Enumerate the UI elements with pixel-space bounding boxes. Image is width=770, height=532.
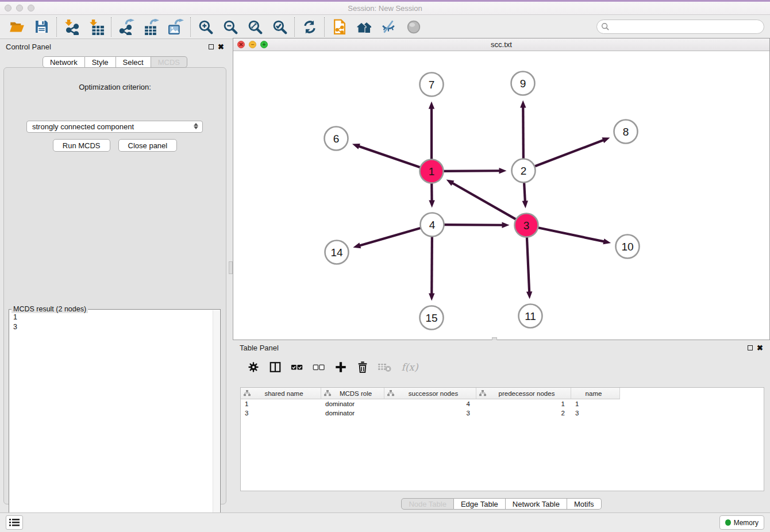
graph-node-2[interactable]: 2 <box>512 159 536 183</box>
import-table-button[interactable] <box>84 16 109 38</box>
graph-node-11[interactable]: 11 <box>519 304 542 328</box>
add-row-button[interactable] <box>332 357 350 377</box>
home-button[interactable] <box>352 16 376 38</box>
control-panel-tabs: NetworkStyleSelectMCDS <box>0 56 230 68</box>
tab-style[interactable]: Style <box>85 56 116 68</box>
graph-node-1[interactable]: 1 <box>420 160 444 183</box>
edge-3-10[interactable] <box>537 228 605 242</box>
edge-3-1[interactable] <box>452 183 517 219</box>
column-header-shared-name[interactable]: shared name <box>241 388 321 399</box>
table-settings-button[interactable] <box>244 357 263 377</box>
tab-network[interactable]: Network <box>43 56 85 68</box>
session-title: Session: New Session <box>0 4 770 13</box>
column-header-MCDS-role[interactable]: MCDS role <box>321 388 384 399</box>
table-cell[interactable]: 3 <box>241 408 321 418</box>
delete-row-button[interactable] <box>353 357 372 377</box>
column-header-predecessor-nodes[interactable]: predecessor nodes <box>476 388 571 399</box>
main-toolbar <box>0 15 770 39</box>
table-cell[interactable]: 3 <box>384 408 476 418</box>
column-header-successor-nodes[interactable]: successor nodes <box>384 388 476 399</box>
network-canvas[interactable]: 1234678910111415 <box>233 51 769 340</box>
svg-text:4: 4 <box>429 219 436 231</box>
control-panel: Control Panel ✖ NetworkStyleSelectMCDS O… <box>0 39 230 512</box>
column-type-icon <box>479 390 486 396</box>
table-cell[interactable]: dominator <box>321 408 384 418</box>
task-history-button[interactable] <box>6 515 23 530</box>
export-table-button[interactable] <box>138 16 163 38</box>
graph-node-9[interactable]: 9 <box>511 72 535 95</box>
float-panel-icon[interactable] <box>209 44 214 49</box>
close-table-panel-icon[interactable]: ✖ <box>757 345 763 350</box>
open-session-button[interactable] <box>5 16 29 38</box>
table-cell[interactable]: 1 <box>476 399 571 408</box>
graph-node-4[interactable]: 4 <box>421 213 444 237</box>
graph-node-6[interactable]: 6 <box>325 127 348 151</box>
table-cell[interactable]: 3 <box>571 408 620 418</box>
tab-select[interactable]: Select <box>116 56 151 68</box>
toggle-columns-button[interactable] <box>266 357 284 377</box>
import-network-button[interactable] <box>59 16 84 38</box>
table-row[interactable]: 3dominator323 <box>241 408 764 418</box>
graph-node-14[interactable]: 14 <box>325 241 349 264</box>
new-network-from-selection-button[interactable] <box>327 16 352 38</box>
refresh-button[interactable] <box>297 16 322 38</box>
graph-node-15[interactable]: 15 <box>420 306 444 330</box>
float-table-panel-icon[interactable] <box>748 345 753 350</box>
column-header-name[interactable]: name <box>571 388 620 399</box>
delete-row-icon <box>356 361 369 373</box>
tab-motifs[interactable]: Motifs <box>567 498 602 510</box>
zoom-in-button[interactable] <box>193 16 218 38</box>
edge-2-9[interactable] <box>523 106 523 159</box>
close-panel-button[interactable]: Close panel <box>118 139 178 152</box>
memory-button[interactable]: Memory <box>719 515 764 530</box>
criterion-select[interactable]: strongly connected component <box>26 121 203 133</box>
svg-text:3: 3 <box>523 219 530 232</box>
table-cell[interactable]: 1 <box>571 399 620 408</box>
graph-node-3[interactable]: 3 <box>515 214 538 237</box>
deselect-all-rows-button[interactable] <box>310 357 328 377</box>
select-all-rows-button[interactable] <box>288 357 306 377</box>
tab-edge-table[interactable]: Edge Table <box>454 498 506 510</box>
edge-3-11[interactable] <box>527 236 529 292</box>
edge-4-14[interactable] <box>359 228 421 245</box>
export-image-button[interactable] <box>163 16 188 38</box>
table-cell[interactable]: 2 <box>476 408 571 418</box>
table-row[interactable]: 1dominator411 <box>241 399 764 408</box>
edge-1-2[interactable] <box>442 171 500 171</box>
edge-1-6[interactable] <box>358 146 421 168</box>
hide-selected-button[interactable] <box>376 16 401 38</box>
svg-text:8: 8 <box>623 126 629 138</box>
vertical-splitter-handle[interactable] <box>229 261 233 274</box>
search-input[interactable] <box>596 20 764 34</box>
zoom-fit-icon <box>248 20 263 34</box>
zoom-fit-button[interactable] <box>242 16 267 38</box>
node-table[interactable]: shared nameMCDS rolesuccessor nodesprede… <box>240 387 764 491</box>
tab-network-table[interactable]: Network Table <box>506 498 567 510</box>
graph-node-7[interactable]: 7 <box>420 73 444 97</box>
edge-4-15[interactable] <box>432 236 432 294</box>
zoom-selected-button[interactable] <box>267 16 292 38</box>
zoom-out-button[interactable] <box>218 16 242 38</box>
graph-node-10[interactable]: 10 <box>616 235 640 259</box>
svg-text:15: 15 <box>425 312 437 324</box>
network-window-titlebar[interactable]: ✕ – + scc.txt <box>233 38 769 51</box>
table-cell[interactable]: dominator <box>321 399 384 408</box>
edge-2-8[interactable] <box>534 140 604 167</box>
run-mcds-button[interactable]: Run MCDS <box>53 139 110 152</box>
close-panel-icon[interactable]: ✖ <box>218 44 224 49</box>
deselect-all-rows-icon <box>312 361 326 373</box>
open-session-icon <box>9 19 25 34</box>
graph-node-8[interactable]: 8 <box>614 120 638 144</box>
export-network-button[interactable] <box>114 16 138 38</box>
save-session-button[interactable] <box>29 16 54 38</box>
table-cell[interactable]: 4 <box>384 399 476 408</box>
tab-node-table[interactable]: Node Table <box>401 498 454 510</box>
show-hidden-disabled-button[interactable] <box>401 16 426 38</box>
save-session-icon <box>34 20 49 34</box>
edge-2-3[interactable] <box>524 182 525 202</box>
edge-arrowhead-4-15 <box>429 293 434 300</box>
result-scrollbar[interactable] <box>213 310 220 527</box>
table-cell[interactable]: 1 <box>241 399 321 408</box>
edge-4-3[interactable] <box>443 225 503 225</box>
tab-mcds[interactable]: MCDS <box>151 56 187 68</box>
